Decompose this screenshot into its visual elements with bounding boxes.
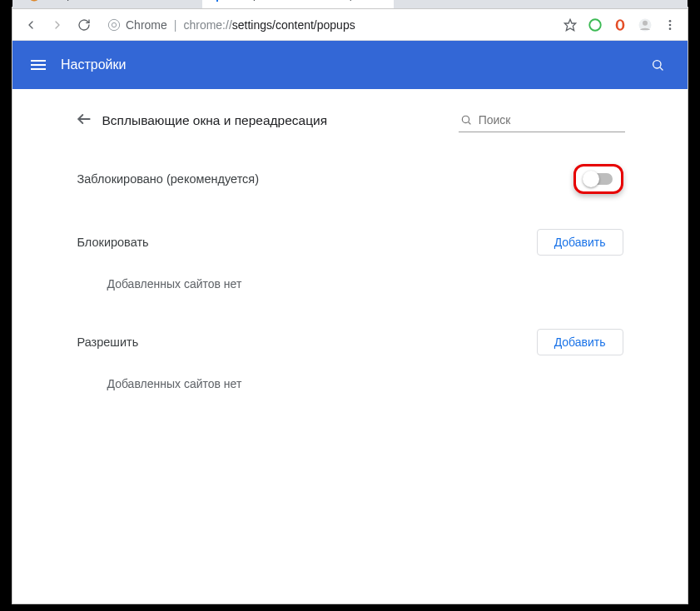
- svg-point-16: [108, 19, 119, 30]
- nav-reload-button[interactable]: [72, 13, 96, 37]
- block-section-header: Блокировать Добавить: [76, 211, 625, 264]
- maximize-button[interactable]: [611, 0, 649, 4]
- svg-point-17: [112, 22, 116, 27]
- close-tab-icon[interactable]: ✕: [182, 0, 194, 1]
- blocked-toggle[interactable]: [584, 173, 613, 185]
- favicon-settings: [211, 0, 224, 2]
- allow-add-button[interactable]: Добавить: [537, 329, 623, 355]
- svg-line-31: [468, 122, 470, 124]
- allow-empty-text: Добавленных сайтов нет: [76, 364, 625, 410]
- svg-point-30: [462, 116, 469, 122]
- tab-settings[interactable]: Настройки – Всплывающие окн ✕: [202, 0, 394, 8]
- settings-panel: Всплывающие окна и переадресация Заблоки…: [76, 101, 625, 604]
- extension-green-icon[interactable]: [584, 14, 606, 36]
- svg-point-21: [618, 21, 622, 28]
- allow-section-label: Разрешить: [77, 335, 139, 349]
- svg-marker-18: [564, 19, 575, 30]
- address-bar: Chrome | chrome://settings/content/popup…: [12, 9, 688, 41]
- hamburger-icon[interactable]: [31, 60, 46, 70]
- svg-point-23: [643, 20, 648, 25]
- block-section-label: Блокировать: [77, 236, 149, 249]
- page-title: Всплывающие окна и переадресация: [102, 113, 328, 128]
- header-search-icon[interactable]: [646, 53, 669, 77]
- page-search-input[interactable]: [479, 113, 623, 127]
- tab-title: Настройки – Всплывающие окн: [230, 0, 368, 1]
- nav-back-button[interactable]: [19, 13, 42, 37]
- block-empty-text: Добавленных сайтов нет: [76, 264, 625, 310]
- panel-header: Всплывающие окна и переадресация: [76, 101, 625, 141]
- omnibox[interactable]: Chrome | chrome://settings/content/popup…: [99, 13, 556, 37]
- secure-label: Chrome: [126, 18, 167, 32]
- blocked-label: Заблокировано (рекомендуется): [77, 172, 260, 186]
- toggle-highlight: [573, 164, 623, 194]
- close-window-button[interactable]: [649, 0, 688, 4]
- omnibox-separator: |: [174, 18, 177, 32]
- toggle-knob: [583, 171, 599, 187]
- blocked-toggle-row: Заблокировано (рекомендуется): [76, 141, 625, 211]
- svg-point-25: [669, 23, 672, 26]
- svg-line-28: [660, 67, 663, 70]
- menu-kebab-icon[interactable]: [659, 14, 681, 36]
- settings-header: Настройки: [12, 41, 688, 89]
- nav-forward-button[interactable]: [46, 13, 69, 37]
- allow-section-header: Разрешить Добавить: [76, 310, 625, 364]
- panel-back-button[interactable]: [76, 111, 92, 131]
- minimize-button[interactable]: [573, 0, 611, 4]
- window-controls: [573, 0, 688, 4]
- page-search-box[interactable]: [459, 110, 625, 132]
- extension-opera-icon[interactable]: [609, 14, 631, 36]
- tab-title: Lumpics.ru: [47, 0, 176, 1]
- svg-point-27: [653, 61, 661, 68]
- close-tab-icon[interactable]: ✕: [374, 0, 385, 1]
- settings-title: Настройки: [61, 57, 126, 72]
- new-tab-button[interactable]: +: [397, 0, 420, 8]
- settings-page: Всплывающие окна и переадресация Заблоки…: [12, 89, 688, 604]
- bookmark-star-icon[interactable]: [559, 14, 581, 36]
- svg-point-24: [669, 20, 672, 22]
- svg-point-19: [589, 19, 601, 31]
- content-area: Настройки Всплывающие окна и переадресац…: [12, 41, 688, 604]
- block-add-button[interactable]: Добавить: [537, 229, 623, 256]
- favicon-lumpics: [27, 0, 41, 2]
- svg-point-26: [669, 27, 672, 30]
- secure-chip: Chrome: [107, 18, 167, 32]
- tab-strip: Lumpics.ru ✕ Настройки – Всплывающие окн…: [12, 0, 688, 9]
- omnibox-url: chrome://settings/content/popups: [183, 18, 355, 32]
- tab-lumpics[interactable]: Lumpics.ru ✕: [19, 0, 202, 8]
- browser-window: Lumpics.ru ✕ Настройки – Всплывающие окн…: [12, 7, 688, 604]
- profile-avatar-icon[interactable]: [634, 14, 656, 36]
